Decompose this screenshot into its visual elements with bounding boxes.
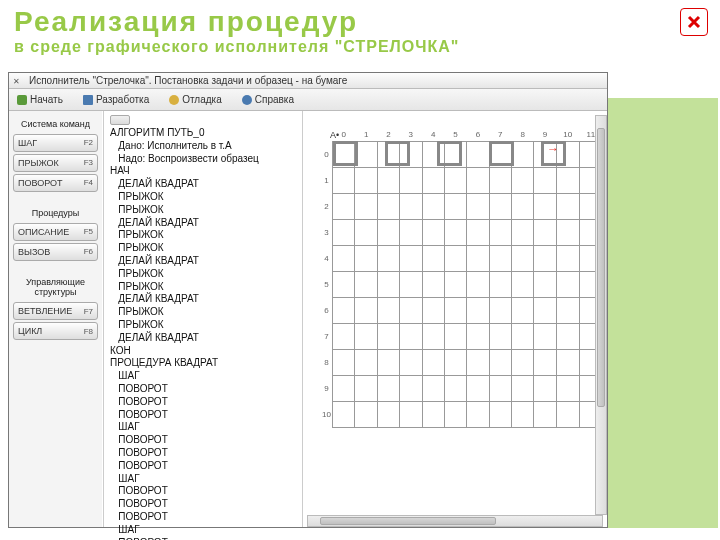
grid-cell[interactable]: [467, 349, 489, 375]
grid-cell[interactable]: [467, 193, 489, 219]
grid-cell[interactable]: [511, 349, 533, 375]
grid-cell[interactable]: [467, 323, 489, 349]
grid-cell[interactable]: [444, 167, 466, 193]
grid-cell[interactable]: [489, 323, 511, 349]
grid-cell[interactable]: [534, 375, 556, 401]
grid-cell[interactable]: [444, 401, 466, 427]
grid-cell[interactable]: [489, 245, 511, 271]
grid-cell[interactable]: [511, 401, 533, 427]
grid-cell[interactable]: [333, 323, 355, 349]
grid-cell[interactable]: [534, 323, 556, 349]
grid-cell[interactable]: [467, 245, 489, 271]
grid-cell[interactable]: [355, 167, 377, 193]
grid-cell[interactable]: [355, 271, 377, 297]
grid-cell[interactable]: [333, 349, 355, 375]
grid-cell[interactable]: [511, 167, 533, 193]
grid-cell[interactable]: [333, 401, 355, 427]
grid-cell[interactable]: [556, 271, 579, 297]
grid-cell[interactable]: [556, 349, 579, 375]
grid-cell[interactable]: [422, 375, 444, 401]
grid-cell[interactable]: [444, 349, 466, 375]
grid-cell[interactable]: [400, 375, 422, 401]
grid-cell[interactable]: [377, 167, 399, 193]
grid-cell[interactable]: [534, 401, 556, 427]
grid-cell[interactable]: [400, 349, 422, 375]
grid-cell[interactable]: [333, 193, 355, 219]
grid-cell[interactable]: [467, 167, 489, 193]
grid-cell[interactable]: [467, 401, 489, 427]
grid-cell[interactable]: [333, 297, 355, 323]
grid-cell[interactable]: [444, 245, 466, 271]
btn-turn[interactable]: ПОВОРОТF4: [13, 174, 98, 192]
grid-cell[interactable]: [333, 167, 355, 193]
grid-cell[interactable]: [489, 219, 511, 245]
grid-cell[interactable]: [400, 297, 422, 323]
grid-cell[interactable]: [422, 193, 444, 219]
grid-cell[interactable]: [422, 297, 444, 323]
grid-cell[interactable]: [534, 297, 556, 323]
grid-cell[interactable]: [534, 219, 556, 245]
grid-cell[interactable]: [534, 167, 556, 193]
grid-cell[interactable]: [489, 349, 511, 375]
grid-cell[interactable]: [377, 375, 399, 401]
grid-cell[interactable]: [333, 219, 355, 245]
grid-cell[interactable]: [489, 297, 511, 323]
grid-cell[interactable]: [556, 219, 579, 245]
grid-cell[interactable]: [467, 297, 489, 323]
grid-cell[interactable]: [467, 271, 489, 297]
grid-cell[interactable]: [511, 375, 533, 401]
grid-cell[interactable]: [355, 297, 377, 323]
grid-cell[interactable]: [556, 323, 579, 349]
grid-cell[interactable]: [534, 349, 556, 375]
grid-cell[interactable]: [444, 323, 466, 349]
grid-cell[interactable]: [511, 271, 533, 297]
grid-cell[interactable]: [422, 323, 444, 349]
grid-cell[interactable]: [400, 193, 422, 219]
grid-cell[interactable]: [534, 271, 556, 297]
btn-call[interactable]: ВЫЗОВF6: [13, 243, 98, 261]
grid-cell[interactable]: [534, 245, 556, 271]
toolbar-debug[interactable]: Отладка: [169, 94, 222, 105]
grid-cell[interactable]: [489, 167, 511, 193]
btn-jump[interactable]: ПРЫЖОКF3: [13, 154, 98, 172]
scroll-thumb[interactable]: [597, 128, 605, 407]
grid-cell[interactable]: [422, 167, 444, 193]
grid-cell[interactable]: [355, 349, 377, 375]
grid-cell[interactable]: [377, 349, 399, 375]
grid-cell[interactable]: [444, 375, 466, 401]
grid-cell[interactable]: [511, 297, 533, 323]
toolbar-help[interactable]: Справка: [242, 94, 294, 105]
grid-cell[interactable]: [534, 193, 556, 219]
grid-cell[interactable]: [444, 193, 466, 219]
grid-cell[interactable]: [422, 271, 444, 297]
grid-cell[interactable]: [333, 271, 355, 297]
scrollbar-vertical[interactable]: [595, 115, 607, 515]
grid-cell[interactable]: [355, 193, 377, 219]
grid-cell[interactable]: [355, 219, 377, 245]
grid-cell[interactable]: [355, 141, 377, 167]
grid-cell[interactable]: [444, 219, 466, 245]
grid-cell[interactable]: [489, 375, 511, 401]
grid-cell[interactable]: [355, 245, 377, 271]
grid-cell[interactable]: [355, 323, 377, 349]
grid-canvas[interactable]: 01234567891011012345678910A•→: [307, 115, 603, 523]
grid-cell[interactable]: [467, 219, 489, 245]
grid-cell[interactable]: [400, 323, 422, 349]
grid-cell[interactable]: [400, 167, 422, 193]
grid-cell[interactable]: [556, 375, 579, 401]
grid-cell[interactable]: [511, 323, 533, 349]
grid-cell[interactable]: [377, 323, 399, 349]
grid-cell[interactable]: [556, 245, 579, 271]
grid-cell[interactable]: [377, 297, 399, 323]
grid-cell[interactable]: [556, 167, 579, 193]
grid-cell[interactable]: [400, 401, 422, 427]
grid-cell[interactable]: [489, 401, 511, 427]
grid-cell[interactable]: [400, 271, 422, 297]
code-handle-icon[interactable]: [110, 115, 130, 125]
grid-cell[interactable]: [511, 219, 533, 245]
toolbar-start[interactable]: Начать: [17, 94, 63, 105]
grid-cell[interactable]: [333, 245, 355, 271]
grid-cell[interactable]: [444, 297, 466, 323]
close-icon[interactable]: [680, 8, 708, 36]
grid-cell[interactable]: [511, 141, 533, 167]
